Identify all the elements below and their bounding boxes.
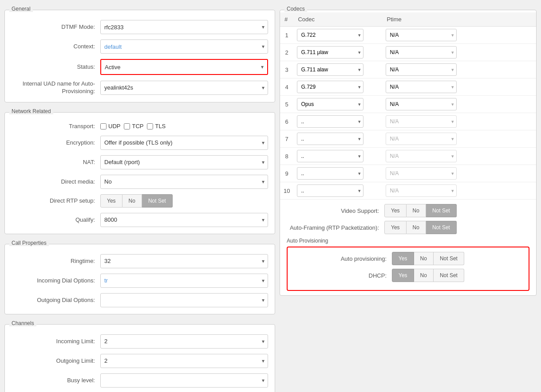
auto-framing-notset-button[interactable]: Not Set: [426, 221, 457, 234]
codec-select-3[interactable]: G.711 alaw: [297, 63, 363, 76]
ringtime-input[interactable]: [100, 254, 268, 268]
tls-label[interactable]: TLS: [147, 123, 166, 129]
status-select[interactable]: Active: [101, 60, 267, 74]
uad-select[interactable]: yealinkt42s: [100, 81, 268, 95]
auto-provisioning-outer: Auto Provisioning Auto provisioning: Yes…: [287, 238, 529, 291]
codec-num-9: 9: [280, 165, 293, 182]
nat-select[interactable]: Default (rport): [100, 155, 268, 169]
ptime-select-7[interactable]: N/A: [386, 133, 457, 145]
codec-select-7[interactable]: ..: [297, 133, 363, 145]
auto-prov-yes-button[interactable]: Yes: [392, 252, 414, 265]
udp-label[interactable]: UDP: [100, 123, 120, 129]
video-support-no-button[interactable]: No: [407, 204, 426, 217]
qualify-input[interactable]: [100, 213, 268, 227]
status-label: Status:: [12, 63, 100, 71]
incoming-dial-row: Incoming Dial Options:: [12, 274, 268, 288]
video-support-notset-button[interactable]: Not Set: [426, 204, 457, 217]
uad-select-wrap: yealinkt42s: [100, 81, 268, 95]
dhcp-yes-button[interactable]: Yes: [392, 269, 414, 282]
auto-framing-btngroup: Yes No Not Set: [384, 221, 457, 234]
context-label: Context:: [12, 43, 100, 51]
codec-cell-7: ..: [293, 130, 382, 148]
codec-row-10: 10..N/A: [280, 182, 536, 200]
busy-level-input-wrap: [100, 373, 268, 388]
incoming-dial-label: Incoming Dial Options:: [12, 277, 100, 285]
dhcp-notset-button[interactable]: Not Set: [434, 269, 464, 282]
outgoing-dial-input-wrap: [100, 293, 268, 307]
busy-level-input[interactable]: [100, 373, 268, 388]
codec-select-5[interactable]: Opus: [297, 98, 363, 110]
tcp-label[interactable]: TCP: [124, 123, 143, 129]
incoming-limit-label: Incoming Limit:: [12, 337, 100, 345]
dhcp-no-button[interactable]: No: [414, 269, 434, 282]
codec-select-1[interactable]: G.722: [297, 29, 363, 41]
codec-select-6[interactable]: ..: [297, 115, 363, 128]
direct-rtp-label: Direct RTP setup:: [12, 197, 100, 205]
ptime-select-10[interactable]: N/A: [386, 184, 457, 197]
ptime-cell-2: N/A: [382, 44, 536, 61]
transport-row: Transport: UDP TCP TLS: [12, 122, 268, 130]
codec-cell-4: G.729: [293, 78, 382, 96]
codecs-header-row: # Codec Ptime: [280, 12, 536, 27]
encryption-select[interactable]: Offer if possible (TLS only): [100, 136, 268, 150]
video-support-yes-button[interactable]: Yes: [384, 204, 407, 217]
ringtime-label: Ringtime:: [12, 257, 100, 265]
udp-text: UDP: [108, 123, 120, 129]
codec-num-2: 2: [280, 44, 293, 61]
ptime-select-1[interactable]: N/A: [386, 29, 457, 41]
dhcp-row: DHCP: Yes No Not Set: [294, 269, 522, 282]
ptime-cell-7: N/A: [382, 130, 536, 148]
transport-checkboxes: UDP TCP TLS: [100, 123, 166, 129]
ptime-select-6[interactable]: N/A: [386, 115, 457, 128]
general-section: General DTMF Mode: rfc2833 Context: Stat…: [4, 10, 275, 102]
ptime-select-9[interactable]: N/A: [386, 167, 457, 180]
ptime-cell-4: N/A: [382, 78, 536, 96]
tcp-checkbox[interactable]: [124, 123, 130, 129]
nat-select-wrap: Default (rport): [100, 155, 268, 169]
codecs-title: Codecs: [284, 6, 307, 12]
codec-select-10[interactable]: ..: [297, 184, 363, 197]
direct-rtp-no-button[interactable]: No: [122, 194, 142, 208]
auto-framing-yes-button[interactable]: Yes: [384, 221, 407, 234]
udp-checkbox[interactable]: [100, 123, 107, 129]
ptime-select-8[interactable]: N/A: [386, 150, 457, 162]
dtmf-select[interactable]: rfc2833: [100, 20, 268, 34]
codec-select-2[interactable]: G.711 μlaw: [297, 46, 363, 59]
direct-media-select[interactable]: No: [100, 175, 268, 189]
codec-row-5: 5OpusN/A: [280, 96, 536, 113]
direct-rtp-yes-button[interactable]: Yes: [100, 194, 122, 208]
incoming-limit-input-wrap: [100, 334, 268, 349]
ptime-select-4[interactable]: N/A: [386, 81, 457, 93]
auto-prov-row: Auto provisioning: Yes No Not Set: [294, 252, 522, 265]
tls-checkbox[interactable]: [147, 123, 153, 129]
auto-framing-row: Auto-Framing (RTP Packetization): Yes No…: [287, 221, 529, 234]
encryption-row: Encryption: Offer if possible (TLS only): [12, 136, 268, 150]
auto-prov-notset-button[interactable]: Not Set: [434, 252, 464, 265]
outgoing-limit-row: Outgoing Limit:: [12, 354, 268, 368]
direct-rtp-notset-button[interactable]: Not Set: [142, 194, 173, 208]
outgoing-limit-input[interactable]: [100, 354, 268, 368]
context-input-wrap: [100, 39, 268, 54]
auto-framing-no-button[interactable]: No: [407, 221, 426, 234]
ptime-cell-5: N/A: [382, 96, 536, 113]
ptime-cell-3: N/A: [382, 61, 536, 78]
auto-prov-no-button[interactable]: No: [414, 252, 434, 265]
context-input[interactable]: [100, 39, 268, 54]
outgoing-dial-label: Outgoing Dial Options:: [12, 296, 100, 304]
video-support-row: Video Support: Yes No Not Set: [287, 204, 529, 217]
ptime-select-2[interactable]: N/A: [386, 46, 457, 59]
dhcp-btngroup: Yes No Not Set: [392, 269, 464, 282]
ptime-select-5[interactable]: N/A: [386, 98, 457, 110]
incoming-limit-input[interactable]: [100, 334, 268, 349]
codec-select-9[interactable]: ..: [297, 167, 363, 180]
outgoing-limit-label: Outgoing Limit:: [12, 357, 100, 365]
ptime-select-3[interactable]: N/A: [386, 63, 457, 76]
codec-row-6: 6..N/A: [280, 113, 536, 130]
incoming-dial-input[interactable]: [100, 274, 268, 288]
codec-select-4[interactable]: G.729: [297, 81, 363, 93]
dtmf-row: DTMF Mode: rfc2833: [12, 20, 268, 34]
codec-select-8[interactable]: ..: [297, 150, 363, 162]
codec-cell-2: G.711 μlaw: [293, 44, 382, 61]
outgoing-dial-input[interactable]: [100, 293, 268, 307]
codec-row-9: 9..N/A: [280, 165, 536, 182]
